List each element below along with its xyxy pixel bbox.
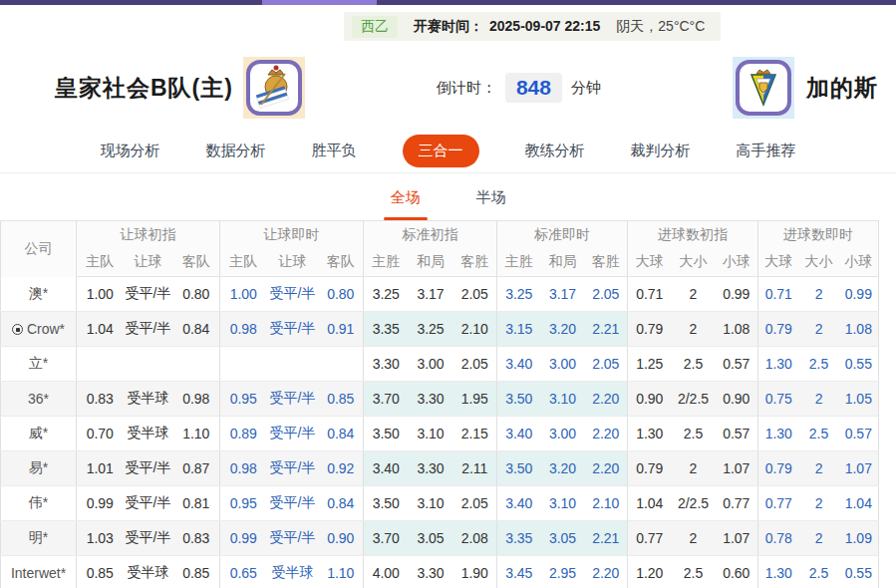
odds-cell: 3.40 [497,486,541,521]
odds-cell: 0.81 [173,486,220,521]
odds-cell: 0.84 [173,312,220,347]
odds-cell: 1.01 [77,451,124,486]
odds-cell: 2/2.5 [672,382,716,417]
odds-cell: 2 [799,521,839,556]
odds-cell: 1.30 [628,417,672,451]
away-crest-icon [735,59,792,117]
table-row: 36*0.83受半球0.980.95受平/半0.853.703.301.953.… [1,382,879,417]
column-header-home-win: 主胜 [497,249,541,277]
column-header-company: 公司 [1,221,77,277]
odds-cell: 0.90 [628,382,672,417]
odds-cell: 2 [672,451,716,486]
odds-cell: 3.30 [409,451,453,486]
odds-cell: 3.40 [497,347,541,382]
column-header-handicap: 让球 [267,249,319,277]
teams-header: 皇家社会B队(主) 倒计时： 84 [0,47,896,129]
odds-cell [173,347,220,382]
column-header-away-win: 客胜 [585,249,628,277]
odds-cell: 3.35 [364,312,409,347]
odds-cell: 2/2.5 [672,486,716,521]
tab-coach-analysis[interactable]: 教练分析 [525,142,585,160]
odds-cell: 1.10 [319,556,364,588]
odds-cell: 1.04 [628,486,672,521]
odds-cell: 受半球 [267,556,319,588]
odds-cell: 0.90 [319,521,364,556]
odds-cell: 受平/半 [124,486,173,521]
odds-cell: 2.20 [585,451,628,486]
odds-cell: 受平/半 [267,521,319,556]
odds-cell: 2 [799,486,839,521]
odds-cell: 0.71 [628,277,672,312]
odds-cell: 0.85 [77,556,124,588]
home-crest-icon [245,59,303,117]
odds-cell: 3.20 [541,451,585,486]
odds-cell: 3.10 [409,417,453,451]
tab-live-analysis[interactable]: 现场分析 [101,142,160,160]
odds-cell: 0.89 [220,417,267,451]
odds-cell: 1.25 [628,347,672,382]
odds-cell: 受平/半 [267,312,319,347]
odds-cell: 1.07 [839,451,879,486]
odds-cell: 0.84 [319,417,364,451]
odds-cell: 2 [799,277,839,312]
odds-cell: 受平/半 [267,417,319,451]
odds-cell: 2 [672,312,716,347]
group-header-standard-live: 标准即时 [497,221,628,249]
away-team-name: 加的斯 [806,73,878,104]
odds-cell [124,347,173,382]
column-header-away: 客队 [319,249,364,277]
subtab-half-match[interactable]: 半场 [474,188,508,220]
table-row: Crow*1.04受平/半0.840.98受平/半0.913.353.252.1… [1,312,879,347]
odds-cell: 2.10 [453,312,497,347]
table-row: Interwet*0.85受半球0.850.65受半球1.104.003.301… [1,556,879,588]
subtab-full-match[interactable]: 全场 [389,188,423,220]
group-header-goals-live: 进球数即时 [758,221,879,249]
odds-cell: 3.30 [409,556,453,588]
odds-cell: 0.83 [173,521,220,556]
odds-cell: 1.04 [77,312,124,347]
odds-cell: 0.79 [628,451,672,486]
odds-cell: 0.98 [220,451,267,486]
odds-cell: 0.90 [716,382,758,417]
company-cell: 36* [1,382,77,417]
tab-data-analysis[interactable]: 数据分析 [206,142,266,160]
column-header-under: 小球 [716,249,758,277]
odds-cell: 1.30 [758,417,799,451]
tab-win-draw-lose[interactable]: 胜平负 [312,142,357,160]
odds-cell: 受平/半 [267,451,319,486]
table-row: 伟*0.99受平/半0.810.95受平/半0.843.503.102.053.… [1,486,879,521]
company-cell: 伟* [1,486,77,521]
odds-cell: 2.5 [799,417,839,451]
kickoff-time: 开赛时间：2025-09-07 22:15 [414,18,600,36]
kickoff-value: 2025-09-07 22:15 [489,18,600,34]
group-header-handicap-live: 让球即时 [220,221,364,249]
column-header-total-line: 大小 [672,249,716,277]
odds-cell: 1.07 [716,451,758,486]
top-progress-segment [262,0,377,5]
table-row: 澳*1.00受平/半0.801.00受平/半0.803.253.172.053.… [1,277,879,312]
odds-cell: 1.09 [839,521,879,556]
company-cell: 立* [1,347,77,382]
odds-cell: 0.80 [319,277,364,312]
odds-cell: 0.71 [758,277,799,312]
odds-cell: 3.30 [409,382,453,417]
tab-referee-analysis[interactable]: 裁判分析 [631,142,691,160]
column-header-over: 大球 [628,249,672,277]
odds-cell: 受平/半 [124,451,173,486]
odds-cell: 0.79 [758,451,799,486]
odds-cell: 0.57 [716,417,758,451]
tab-expert-picks[interactable]: 高手推荐 [737,142,796,160]
company-cell: 易* [1,451,77,486]
odds-cell: 2.20 [585,382,628,417]
odds-cell: 1.00 [220,277,267,312]
tab-three-in-one[interactable]: 三合一 [403,135,479,167]
analysis-nav: 现场分析 数据分析 胜平负 三合一 教练分析 裁判分析 高手推荐 [0,129,896,173]
odds-cell: 2 [799,451,839,486]
odds-cell: 2.5 [799,347,839,382]
odds-cell: 1.07 [716,521,758,556]
odds-cell: 0.55 [839,556,879,588]
odds-cell: 3.05 [409,521,453,556]
table-row: 威*0.70受半球1.100.89受平/半0.843.503.102.153.4… [1,417,879,451]
column-header-over: 大球 [758,249,799,277]
odds-cell: 2.21 [585,312,628,347]
